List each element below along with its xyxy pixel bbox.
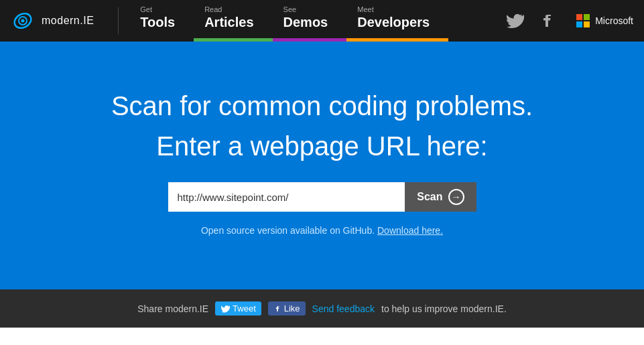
nav-divider	[118, 7, 119, 34]
articles-color-bar	[194, 38, 272, 42]
nav-articles-main: Articles	[204, 14, 253, 30]
ie-logo-icon	[11, 9, 35, 33]
site-name: modern.IE	[42, 15, 94, 27]
twitter-small-icon	[220, 304, 230, 314]
scan-arrow-icon: →	[448, 189, 464, 205]
feedback-link[interactable]: Send feedback	[312, 303, 375, 314]
facebook-small-icon	[273, 304, 281, 314]
hero-line2: Enter a webpage URL here:	[156, 129, 487, 163]
facebook-link[interactable]	[536, 10, 558, 31]
navbar: modern.IE Get Tools Read Articles See De…	[0, 0, 644, 42]
nav-item-developers[interactable]: Meet Developers	[346, 0, 448, 42]
ms-cell-yellow	[584, 21, 590, 27]
nav-items: Get Tools Read Articles See Demos Meet D…	[129, 0, 504, 42]
twitter-link[interactable]	[504, 10, 525, 31]
nav-developers-main: Developers	[357, 14, 430, 30]
github-static-text: Open source version available on GitHub.	[201, 225, 375, 236]
logo-area: modern.IE	[11, 9, 94, 33]
tweet-button[interactable]: Tweet	[215, 301, 261, 316]
twitter-icon	[505, 11, 524, 30]
ms-grid-icon	[576, 14, 590, 27]
nav-developers-sub: Meet	[357, 5, 373, 14]
url-input[interactable]	[168, 182, 405, 212]
svg-point-3	[21, 19, 25, 23]
share-label: Share modern.IE	[137, 303, 208, 314]
nav-tools-main: Tools	[140, 14, 175, 30]
nav-item-articles[interactable]: Read Articles	[194, 0, 272, 42]
footer-tail: to help us improve modern.IE.	[381, 303, 507, 314]
developers-color-bar	[346, 38, 448, 42]
github-text: Open source version available on GitHub.…	[201, 225, 443, 236]
nav-demos-main: Demos	[283, 14, 328, 30]
like-label: Like	[284, 303, 300, 314]
scan-form: Scan →	[168, 182, 476, 212]
footer: Share modern.IE Tweet Like Send feedback…	[0, 289, 644, 328]
microsoft-label: Microsoft	[595, 15, 633, 26]
scan-label: Scan	[417, 191, 442, 203]
like-button[interactable]: Like	[268, 301, 306, 316]
hero-line1: Scan for common coding problems.	[111, 88, 533, 123]
github-download-link[interactable]: Download here.	[377, 225, 443, 236]
hero-section: Scan for common coding problems. Enter a…	[0, 42, 644, 289]
ms-cell-blue	[576, 21, 582, 27]
nav-articles-sub: Read	[204, 5, 222, 14]
nav-tools-sub: Get	[140, 5, 152, 14]
scan-button[interactable]: Scan →	[405, 182, 476, 212]
microsoft-logo: Microsoft	[576, 14, 633, 27]
demos-color-bar	[273, 38, 347, 42]
ms-cell-green	[584, 14, 590, 20]
nav-demos-sub: See	[283, 5, 297, 14]
tweet-label: Tweet	[233, 303, 256, 314]
social-icons: Microsoft	[504, 10, 633, 31]
ms-cell-red	[576, 14, 582, 20]
nav-item-tools[interactable]: Get Tools	[129, 0, 194, 42]
facebook-icon	[537, 11, 556, 30]
nav-item-demos[interactable]: See Demos	[273, 0, 347, 42]
